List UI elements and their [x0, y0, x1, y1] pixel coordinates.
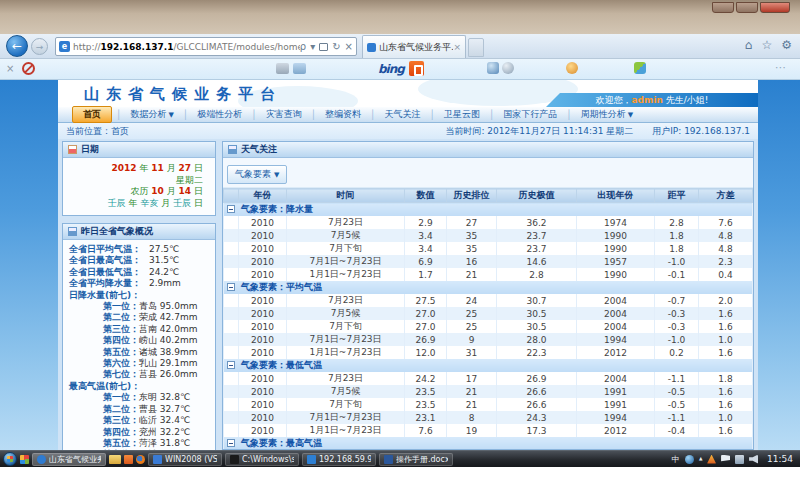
collapse-icon[interactable]	[227, 361, 235, 369]
element-group-row: 气象要素：平均气温	[224, 281, 753, 294]
taskbar-ie-window[interactable]: 山东省气候业务平...	[32, 453, 106, 466]
forward-button[interactable]: →	[31, 38, 48, 55]
block-icon[interactable]	[22, 62, 35, 75]
volume-tray-icon[interactable]	[749, 455, 758, 464]
table-cell: 2.8	[497, 268, 577, 281]
language-indicator[interactable]: 中	[672, 454, 680, 465]
addon-icon-4[interactable]	[634, 62, 646, 74]
browser-command-bar: × bing ⋯	[0, 59, 800, 80]
table-row: 20107月1日~7月23日26.9928.01994-1.01.0	[224, 333, 753, 346]
stat-row: 全省平均降水量：2.9mm	[69, 278, 213, 289]
table-cell: 1.6	[699, 385, 753, 398]
search-icon[interactable]: ρ	[300, 41, 306, 52]
home-icon[interactable]: ⌂	[745, 38, 753, 52]
collapse-icon[interactable]	[227, 283, 235, 291]
start-button[interactable]	[3, 452, 17, 466]
addon-card-icon[interactable]	[276, 63, 289, 74]
bing-app-icon[interactable]	[409, 61, 424, 76]
refresh-icon[interactable]: ↻	[332, 41, 340, 52]
flag-tray-icon[interactable]	[721, 455, 730, 464]
app-orange-icon[interactable]	[124, 455, 133, 464]
nav-item-8[interactable]: 国家下行产品	[494, 108, 566, 121]
addon-icon-1[interactable]	[487, 62, 499, 74]
taskbar-window-label: WIN2008 (VS2...	[165, 455, 217, 464]
rank-value: 莒县 26.0mm	[139, 369, 197, 379]
rank-label: 第四位：	[103, 427, 139, 438]
pinned-app-icon[interactable]	[20, 455, 29, 464]
element-filter-button[interactable]: 气象要素 ▼	[227, 165, 287, 184]
tab-close-icon[interactable]: ×	[453, 42, 461, 52]
table-cell: 7月5候	[287, 307, 405, 320]
collapse-icon[interactable]	[227, 205, 235, 213]
collapse-icon[interactable]	[227, 439, 235, 447]
table-cell: 1.6	[699, 424, 753, 437]
close-toolbar-icon[interactable]: ×	[6, 63, 14, 74]
row-lead-cell	[224, 333, 239, 346]
group-label: 气象要素：最高气温	[241, 438, 322, 448]
username: admin	[632, 95, 663, 105]
network-tray-icon[interactable]	[735, 455, 744, 464]
explorer-folder-icon[interactable]	[109, 455, 121, 464]
flame-tray-icon[interactable]	[707, 455, 716, 464]
table-cell: 2010	[239, 320, 287, 333]
table-cell: 1.6	[699, 346, 753, 359]
nav-item-9[interactable]: 周期性分析▼	[572, 108, 642, 121]
compatibility-icon[interactable]	[319, 43, 328, 51]
table-cell: 2.9	[405, 216, 447, 229]
table-cell: 7月1日~7月23日	[287, 333, 405, 346]
table-row: 20107月1日~7月23日23.1824.31994-1.11.0	[224, 411, 753, 424]
star-icon[interactable]: ☆	[761, 38, 772, 52]
address-bar[interactable]: e http://192.168.137.1/GLCCLIMATE/module…	[55, 37, 357, 56]
table-cell: 2010	[239, 346, 287, 359]
rank-value: 崂山 40.2mm	[139, 335, 197, 345]
stat-value: 24.2℃	[149, 267, 179, 277]
maximize-button[interactable]	[736, 2, 758, 13]
column-header: 历史极值	[497, 189, 577, 203]
taskbar-window-label: 192.168.59.99...	[319, 455, 371, 464]
table-cell: 1990	[577, 242, 655, 255]
summary-panel-title: 昨日全省气象概况	[81, 225, 153, 238]
firefox-icon[interactable]	[136, 455, 145, 464]
nav-item-6[interactable]: 天气关注	[376, 108, 430, 121]
taskbar-window-button[interactable]: C:\Windows\s...	[225, 453, 299, 466]
stat-value: 27.5℃	[149, 244, 179, 254]
rank-value: 乳山 29.1mm	[139, 358, 197, 368]
table-cell: 2010	[239, 268, 287, 281]
column-header	[224, 189, 239, 203]
taskbar-window-button[interactable]: 操作手册.docx ...	[379, 453, 453, 466]
more-icon[interactable]: ⋯	[775, 61, 786, 74]
rank-group-title: 最高气温(前七)：	[69, 381, 213, 392]
browser-tab[interactable]: 山东省气候业务平... ×	[362, 35, 466, 58]
back-button[interactable]: ←	[6, 35, 28, 57]
weather-watch-header: 天气关注	[223, 142, 753, 158]
close-button[interactable]	[760, 2, 790, 13]
nav-item-3[interactable]: 极端性分析	[188, 108, 251, 121]
rank-label: 第二位：	[103, 404, 139, 415]
nav-item-2[interactable]: 数据分析▼	[121, 108, 182, 121]
nav-item-1[interactable]: 首页	[72, 106, 112, 123]
addon-mail-icon[interactable]	[293, 63, 306, 74]
bing-logo[interactable]: bing	[378, 62, 404, 76]
table-cell: 2012	[577, 346, 655, 359]
taskbar-window-button[interactable]: 192.168.59.99...	[302, 453, 376, 466]
url-text[interactable]: http://192.168.137.1/GLCCLIMATE/modules/…	[73, 42, 300, 52]
addon-icon-3[interactable]	[566, 62, 578, 74]
table-cell: 16	[447, 255, 497, 268]
minimize-button[interactable]	[712, 2, 734, 13]
gear-icon[interactable]: ⚙	[781, 38, 792, 52]
nav-item-7[interactable]: 卫星云图	[435, 108, 489, 121]
taskbar-window-button[interactable]: WIN2008 (VS2...	[148, 453, 222, 466]
table-cell: 1994	[577, 411, 655, 424]
dropdown-icon[interactable]: ▾	[310, 41, 315, 52]
column-header: 年份	[239, 189, 287, 203]
addon-icon-2[interactable]	[502, 62, 514, 74]
globe-tray-icon[interactable]	[685, 455, 694, 464]
taskbar-clock[interactable]: 11:54	[763, 454, 797, 464]
current-time: 当前时间: 2012年11月27日 11:14:31 星期二	[445, 126, 633, 136]
nav-item-5[interactable]: 整编资料	[316, 108, 370, 121]
page-header: 山东省气候业务平台 欢迎您，admin 先生/小姐!	[58, 80, 758, 107]
show-hidden-icons[interactable]: ▾	[699, 455, 703, 463]
nav-item-4[interactable]: 灾害查询	[257, 108, 311, 121]
new-tab-button[interactable]	[468, 38, 484, 57]
stop-icon[interactable]: ×	[345, 41, 353, 52]
